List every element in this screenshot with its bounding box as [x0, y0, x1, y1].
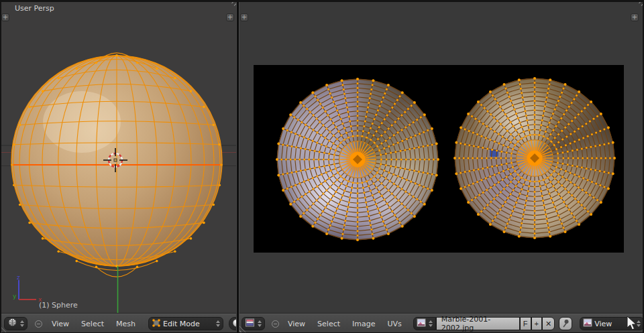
- image-icon: [417, 318, 426, 329]
- collapse-menus-icon[interactable]: [35, 320, 42, 328]
- chevron-updown-icon: [20, 320, 24, 327]
- uv-image-editor-icon: [245, 318, 255, 330]
- menu-view[interactable]: View: [282, 320, 311, 328]
- chevron-updown-icon: [429, 320, 433, 327]
- expand-region-button-right[interactable]: +: [631, 13, 639, 21]
- menu-image[interactable]: Image: [346, 320, 381, 328]
- blender-window: z y x User Persp (1) Sphere + +: [0, 0, 644, 333]
- 3d-viewport-editor-icon: [7, 318, 17, 330]
- editor-type-button[interactable]: [241, 317, 265, 330]
- chevron-updown-icon: [258, 320, 262, 327]
- browse-image-button[interactable]: [413, 317, 436, 330]
- y-axis-label: y: [13, 293, 17, 299]
- uv-wireframe[interactable]: [254, 65, 624, 253]
- uv-image-editor-area: + + View Select Image UVs: [239, 0, 644, 333]
- chevron-updown-icon: [216, 320, 220, 327]
- menu-bar: View Select Image UVs: [282, 320, 408, 328]
- mode-dropdown[interactable]: Edit Mode: [148, 317, 223, 330]
- mode-dropdown-label: Edit Mode: [163, 320, 213, 328]
- uv-editor-header: View Select Image UVs Marble-2001-2002.j…: [239, 314, 644, 333]
- view-mode-icon: [583, 318, 592, 329]
- 3d-viewport-area: z y x User Persp (1) Sphere + +: [0, 0, 237, 333]
- 3d-viewport-header: View Select Mesh Edit Mode: [0, 314, 237, 333]
- pin-icon: [561, 319, 570, 329]
- expand-region-button-right[interactable]: +: [226, 13, 234, 21]
- collapse-menus-icon[interactable]: [272, 320, 279, 328]
- menu-bar: View Select Mesh: [46, 320, 142, 328]
- active-object-label: (1) Sphere: [39, 301, 78, 310]
- fake-user-button[interactable]: F: [520, 317, 531, 330]
- menu-select[interactable]: Select: [311, 320, 346, 328]
- 3d-viewport[interactable]: z y x User Persp (1) Sphere + +: [0, 0, 237, 314]
- editor-type-button[interactable]: [4, 317, 28, 330]
- edit-mode-icon: [152, 318, 161, 330]
- expand-region-button-left[interactable]: +: [1, 13, 9, 21]
- view-name-label: User Persp: [15, 4, 54, 13]
- expand-region-button-left[interactable]: +: [240, 13, 248, 21]
- area-corner-widget[interactable]: [635, 1, 643, 9]
- new-image-button[interactable]: +: [531, 317, 542, 330]
- pin-button[interactable]: [559, 317, 572, 330]
- 3d-cursor[interactable]: [101, 145, 130, 175]
- area-divider[interactable]: [236, 0, 239, 333]
- mouse-cursor: [626, 316, 641, 332]
- image-name-field[interactable]: Marble-2001-2002.jpg: [436, 317, 520, 330]
- menu-select[interactable]: Select: [75, 320, 110, 328]
- menu-mesh[interactable]: Mesh: [110, 320, 142, 328]
- uv-image-editor[interactable]: + +: [239, 0, 644, 314]
- menu-view[interactable]: View: [46, 320, 75, 328]
- menu-uvs[interactable]: UVs: [382, 320, 408, 328]
- z-axis-label: z: [17, 274, 20, 281]
- image-canvas[interactable]: [254, 65, 624, 253]
- unlink-image-button[interactable]: ✕: [542, 317, 555, 330]
